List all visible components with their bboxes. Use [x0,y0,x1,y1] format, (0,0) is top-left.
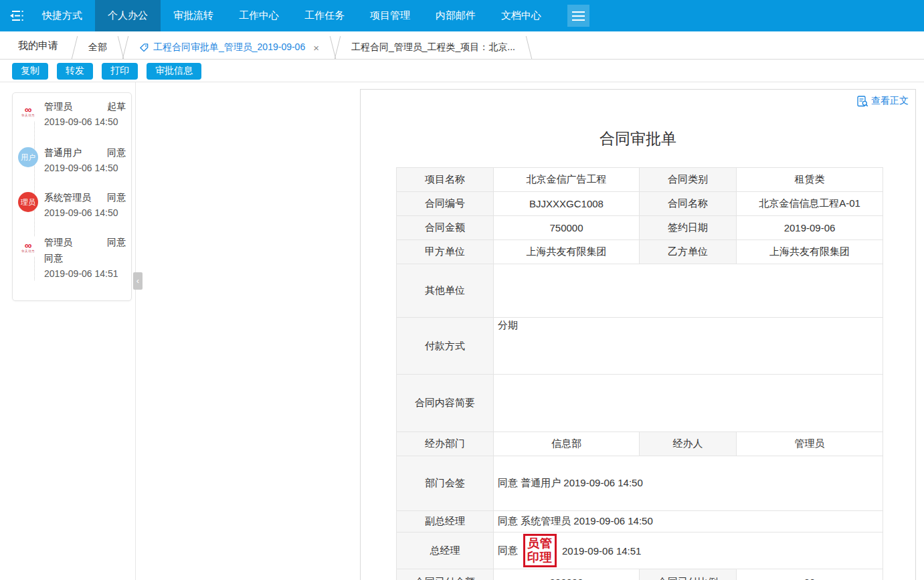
avatar-htdl-logo: ∞ 华天动力 [18,237,38,257]
paid-ratio-label: 合同已付比例 [640,569,737,580]
party-a-label: 甲方单位 [397,240,494,264]
tab-contract-project[interactable]: 工程合同_管理员_工程类_项目：北京... [335,36,531,59]
approval-action: 同意 [107,237,131,249]
nav-item-shortcuts[interactable]: 快捷方式 [29,0,95,31]
nav-item-work-tasks[interactable]: 工作任务 [292,0,357,31]
contract-name-value: 北京金信信息工程A-01 [737,192,883,216]
approver-name: 管理员 [44,237,72,249]
logo-infinity-icon: ∞ [25,241,32,250]
sidebar-collapse-handle[interactable]: ‹ [133,272,143,290]
nav-item-approval-flow[interactable]: 审批流转 [161,0,226,31]
table-row: 经办部门 信息部 经办人 管理员 [397,432,883,456]
tab-contract-approval-form[interactable]: 工程合同审批单_管理员_2019-09-06 × [123,36,335,59]
tab-all[interactable]: 全部 [72,36,123,59]
tab-all-label: 全部 [88,41,107,54]
approval-action: 同意 [107,147,131,159]
approval-info-button[interactable]: 审批信息 [147,63,201,80]
other-unit-label: 其他单位 [397,264,494,318]
table-row: 甲方单位 上海共友有限集团 乙方单位 上海共友有限集团 [397,240,883,264]
party-b-value: 上海共友有限集团 [737,240,883,264]
summary-value [494,375,883,432]
table-row: 部门会签 同意 普通用户 2019-09-06 14:50 [397,456,883,511]
timeline-item-dept[interactable]: 用户 普通用户 同意 2019-09-06 14:50 [18,147,131,173]
approval-seal: 员管 印理 [523,534,557,567]
dept-sign-label: 部门会签 [397,456,494,511]
menu-collapse-icon[interactable] [0,0,29,31]
gm-approve-time: 2019-09-06 14:51 [562,545,641,557]
avatar-user: 用户 [18,147,38,167]
approver-name: 普通用户 [44,147,82,159]
vice-gm-label: 副总经理 [397,511,494,533]
table-row: 合同已付金额 300000 合同已付比例 30 [397,569,883,580]
approval-time: 2019-09-06 14:51 [44,268,131,279]
dept-label: 经办部门 [397,432,494,456]
avatar-admin: 理员 [18,192,38,212]
nav-item-work-center[interactable]: 工作中心 [226,0,292,31]
contract-no-value: BJJXXXGC1008 [494,192,640,216]
logo-brand-text: 华天动力 [21,250,35,253]
table-row: 合同金额 750000 签约日期 2019-09-06 [397,216,883,240]
summary-label: 合同内容简要 [397,375,494,432]
logo-brand-text: 华天动力 [21,114,35,117]
amount-value: 750000 [494,216,640,240]
nav-item-personal-office[interactable]: 个人办公 [95,0,161,31]
handler-label: 经办人 [640,432,737,456]
content-area: ‹ ∞ 华天动力 管理员 起草 2019-09-06 14:50 用户 普通用户 [0,82,924,580]
handler-value: 管理员 [737,432,883,456]
section-label-my-applications: 我的申请 [18,31,58,60]
seal-line2: 印理 [527,551,553,565]
contract-category-value: 租赁类 [737,168,883,192]
approval-action: 同意 [107,192,131,204]
nav-item-internal-mail[interactable]: 内部邮件 [423,0,488,31]
contract-no-label: 合同编号 [397,192,494,216]
sidebar-divider [135,82,136,580]
menu-collapse-glyph [6,8,24,23]
dept-value: 信息部 [494,432,640,456]
payment-value: 分期 [494,318,883,375]
tab-contract-project-label: 工程合同_管理员_工程类_项目：北京... [351,41,515,54]
amount-label: 合同金额 [397,216,494,240]
contract-category-label: 合同类别 [640,168,737,192]
print-button[interactable]: 打印 [102,63,138,80]
table-row: 合同编号 BJJXXXGC1008 合同名称 北京金信信息工程A-01 [397,192,883,216]
forward-button[interactable]: 转发 [57,63,93,80]
project-name-label: 项目名称 [397,168,494,192]
table-row: 总经理 同意 员管 印理 2019-09-06 14:51 [397,533,883,569]
document-search-icon [857,96,868,107]
dept-sign-value: 同意 普通用户 2019-09-06 14:50 [494,456,883,511]
vice-gm-value: 同意 系统管理员 2019-09-06 14:50 [494,511,883,533]
approval-comment: 同意 [44,253,131,265]
contract-approval-table: 项目名称 北京金信广告工程 合同类别 租赁类 合同编号 BJJXXXGC1008… [396,167,883,580]
timeline-item-gm[interactable]: ∞ 华天动力 管理员 同意 同意 2019-09-06 14:51 [18,237,131,279]
tab-bar: 我的申请 全部 工程合同审批单_管理员_2019-09-06 × 工程合同_管理… [0,31,924,60]
approval-time: 2019-09-06 14:50 [44,163,131,173]
party-b-label: 乙方单位 [640,240,737,264]
timeline-item-draft[interactable]: ∞ 华天动力 管理员 起草 2019-09-06 14:50 [18,101,131,127]
table-row: 付款方式 分期 [397,318,883,375]
tab-contract-approval-label: 工程合同审批单_管理员_2019-09-06 [153,41,305,54]
table-row: 合同内容简要 [397,375,883,432]
avatar-htdl-logo: ∞ 华天动力 [18,101,38,121]
timeline-item-sysadmin[interactable]: 理员 系统管理员 同意 2019-09-06 14:50 [18,192,131,218]
paid-amount-label: 合同已付金额 [397,569,494,580]
sign-date-value: 2019-09-06 [737,216,883,240]
project-name-value: 北京金信广告工程 [494,168,640,192]
approver-name: 系统管理员 [44,192,91,204]
party-a-value: 上海共友有限集团 [494,240,640,264]
table-row: 项目名称 北京金信广告工程 合同类别 租赁类 [397,168,883,192]
view-body-link[interactable]: 查看正文 [857,95,909,107]
paid-ratio-value: 30 [737,569,883,580]
tab-close-icon[interactable]: × [313,42,319,54]
document-panel: 查看正文 合同审批单 项目名称 北京金信广告工程 合同类别 租赁类 合同编号 B… [360,89,916,580]
table-row: 副总经理 同意 系统管理员 2019-09-06 14:50 [397,511,883,533]
copy-button[interactable]: 复制 [12,63,48,80]
more-menu-hamburger-icon[interactable] [567,5,589,27]
approval-time: 2019-09-06 14:50 [44,116,131,127]
nav-item-doc-center[interactable]: 文档中心 [488,0,554,31]
logo-infinity-icon: ∞ [25,105,32,114]
sign-date-label: 签约日期 [640,216,737,240]
document-title: 合同审批单 [361,128,915,149]
nav-item-project-mgmt[interactable]: 项目管理 [357,0,423,31]
gm-label: 总经理 [397,533,494,569]
view-body-label: 查看正文 [871,95,909,107]
